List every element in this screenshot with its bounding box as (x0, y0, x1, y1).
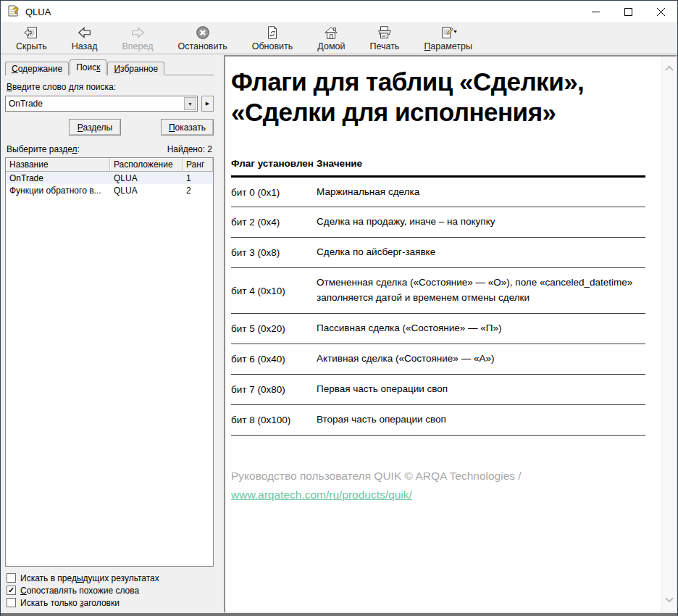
value-cell: Первая часть операции своп (317, 382, 645, 397)
toolbar-button-label: Параметры (424, 41, 472, 51)
vertical-scrollbar[interactable] (661, 57, 676, 612)
results-header: Название Расположение Ранг (6, 158, 213, 172)
scroll-down-button[interactable] (662, 593, 676, 607)
footer-copyright: Руководство пользователя QUIK © ARQA Tec… (231, 470, 522, 482)
search-keyword-label: Введите слово для поиска: (7, 82, 214, 92)
tab-baseline (165, 75, 214, 75)
found-count-label: Найдено: 2 (167, 144, 212, 154)
tab-search[interactable]: Поиск (70, 59, 106, 75)
options-icon (439, 25, 458, 41)
refresh-button[interactable]: Обновить (242, 25, 304, 52)
result-location: QLUA (110, 186, 183, 196)
toolbar-button-label: Печать (369, 41, 399, 51)
column-header-title[interactable]: Название (6, 158, 110, 172)
minimize-button[interactable] (579, 1, 612, 22)
list-topics-button[interactable]: Разделы (69, 119, 121, 136)
flag-cell: бит 4 (0x10) (231, 275, 317, 306)
value-cell: Сделка по айсберг-заявке (317, 245, 645, 260)
search-results-list: Название Расположение Ранг OnTrade QLUA … (5, 157, 214, 567)
search-input[interactable]: OnTrade ▼ (5, 96, 198, 112)
print-button[interactable]: Печать (359, 25, 409, 52)
maximize-button[interactable] (612, 1, 645, 22)
forward-arrow-icon (130, 25, 146, 41)
flag-row: бит 5 (0x20) Пассивная сделка («Состояни… (231, 314, 645, 344)
flag-row: бит 6 (0x40) Активная сделка («Состояние… (231, 344, 645, 375)
topic-pane: Флаги для таблиц «Сделки», «Сделки для и… (224, 55, 677, 613)
search-buttons-row: Разделы Показать (5, 119, 214, 136)
toolbar-button-label: Назад (72, 41, 98, 51)
flag-cell: бит 0 (0x1) (231, 185, 317, 200)
value-cell: Маржинальная сделка (317, 185, 645, 200)
svg-text:?: ? (13, 5, 19, 16)
flag-cell: бит 8 (0x100) (231, 412, 317, 428)
stop-button[interactable]: Остановить (167, 25, 237, 52)
result-row[interactable]: OnTrade QLUA 1 (6, 172, 213, 184)
toolbar-button-label: Обновить (252, 41, 293, 51)
value-cell: Отмененная сделка («Состояние» — «О»), п… (317, 275, 645, 306)
search-options-checkboxes: Искать в предыдущих результатах ✓ Сопост… (7, 572, 214, 609)
chevron-up-icon (665, 65, 674, 71)
back-button[interactable]: Назад (62, 25, 108, 52)
result-rank: 1 (183, 173, 213, 183)
toolbar-button-label: Скрыть (16, 41, 47, 51)
title-bar: ? QLUA (1, 1, 677, 22)
flag-cell: бит 6 (0x40) (231, 351, 317, 367)
flag-cell: бит 7 (0x80) (231, 382, 317, 397)
display-button[interactable]: Показать (161, 119, 214, 136)
value-cell: Пассивная сделка («Состояние» — «П») (317, 321, 645, 336)
search-input-value: OnTrade (6, 99, 183, 109)
close-icon (657, 8, 665, 16)
options-button[interactable]: Параметры (414, 25, 482, 52)
navigation-pane: Содержание Поиск Избранное Введите слово… (1, 55, 219, 613)
doc-footer: Руководство пользователя QUIK © ARQA Tec… (231, 467, 657, 504)
window-title: QLUA (25, 7, 51, 17)
toolbar: Скрыть Назад Вперед (1, 22, 677, 54)
maximize-icon (624, 8, 632, 16)
checkbox-label: Искать только заголовки (20, 598, 120, 608)
topic-content: Флаги для таблиц «Сделки», «Сделки для и… (225, 57, 660, 612)
footer-link[interactable]: www.arqatech.com/ru/products/quik/ (231, 486, 412, 503)
forward-button[interactable]: Вперед (112, 25, 164, 52)
home-button[interactable]: Домой (307, 25, 355, 52)
checkbox-match-similar[interactable]: ✓ Сопоставлять похожие слова (7, 584, 214, 596)
result-location: QLUA (110, 173, 183, 183)
flag-row: бит 4 (0x10) Отмененная сделка («Состоян… (231, 268, 645, 314)
chevron-down-icon (665, 597, 674, 603)
arrow-right-icon: ▶ (206, 101, 209, 107)
toolbar-button-label: Вперед (122, 41, 154, 51)
minimize-icon (592, 8, 600, 16)
checkbox-box[interactable] (7, 573, 16, 583)
close-button[interactable] (645, 1, 677, 22)
page-title: Флаги для таблиц «Сделки», «Сделки для и… (231, 67, 644, 128)
back-arrow-icon (77, 25, 93, 41)
help-file-icon: ? (7, 5, 20, 18)
window-resize-border (1, 613, 677, 616)
search-options-flyout-button[interactable]: ▶ (201, 96, 214, 112)
scroll-up-button[interactable] (662, 61, 676, 75)
flags-table: Флаг установлен Значение бит 0 (0x1) Мар… (231, 157, 645, 436)
result-row[interactable]: Функции обратного в... QLUA 2 (6, 184, 213, 196)
column-header-rank[interactable]: Ранг (183, 158, 213, 172)
checkbox-previous-results[interactable]: Искать в предыдущих результатах (7, 572, 214, 584)
hide-button[interactable]: Скрыть (6, 25, 57, 52)
tab-contents[interactable]: Содержание (5, 62, 69, 75)
combo-dropdown-button[interactable]: ▼ (184, 97, 196, 110)
flag-cell: бит 2 (0x4) (231, 215, 317, 230)
select-topic-label: Выберите раздел: (7, 144, 80, 154)
checkbox-box[interactable] (7, 598, 16, 607)
checkbox-label: Искать в предыдущих результатах (20, 573, 159, 583)
checkbox-titles-only[interactable]: Искать только заголовки (7, 596, 214, 609)
column-header-location[interactable]: Расположение (110, 158, 183, 172)
flag-column-header: Флаг установлен (231, 157, 317, 171)
flag-row: бит 8 (0x100) Вторая часть операции своп (231, 405, 645, 436)
checkbox-box[interactable]: ✓ (7, 586, 16, 595)
check-mark-icon: ✓ (8, 586, 14, 594)
flag-cell: бит 5 (0x20) (231, 321, 317, 336)
value-cell: Активная сделка («Состояние» — «А») (317, 351, 645, 367)
tab-favorites[interactable]: Избранное (107, 62, 164, 75)
search-combo-row: OnTrade ▼ ▶ (5, 96, 214, 112)
chevron-down-icon: ▼ (188, 101, 193, 107)
result-rank: 2 (183, 186, 213, 196)
flags-table-header: Флаг установлен Значение (231, 157, 645, 178)
result-name: OnTrade (6, 173, 110, 183)
